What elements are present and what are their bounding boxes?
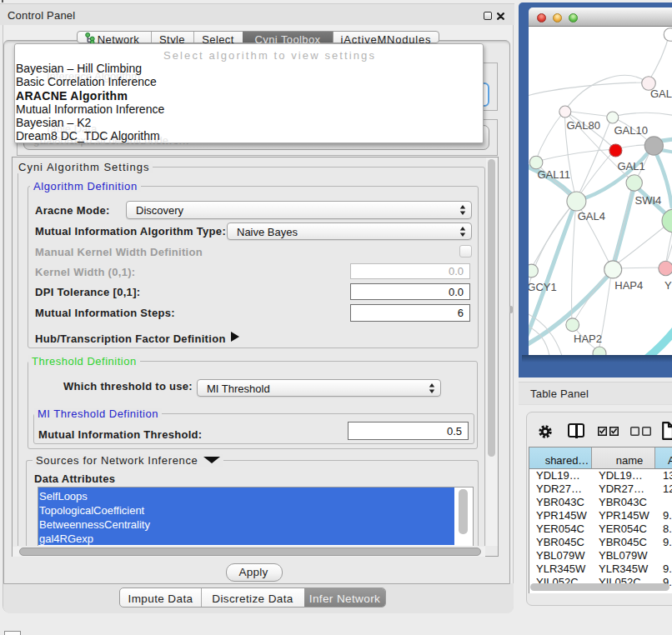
svg-text:Y: Y	[664, 279, 672, 292]
svg-text:GAL80: GAL80	[567, 119, 600, 132]
svg-text:SWI4: SWI4	[635, 194, 662, 207]
svg-text:GAL: GAL	[650, 88, 672, 100]
svg-text:GAL10: GAL10	[614, 124, 648, 137]
svg-text:GAL4: GAL4	[578, 210, 605, 222]
svg-text:GAL1: GAL1	[617, 160, 644, 172]
svg-text:GCY1: GCY1	[529, 281, 557, 293]
svg-text:HAP2: HAP2	[574, 332, 602, 345]
svg-text:HAP4: HAP4	[614, 279, 643, 292]
svg-text:GAL11: GAL11	[538, 168, 571, 181]
